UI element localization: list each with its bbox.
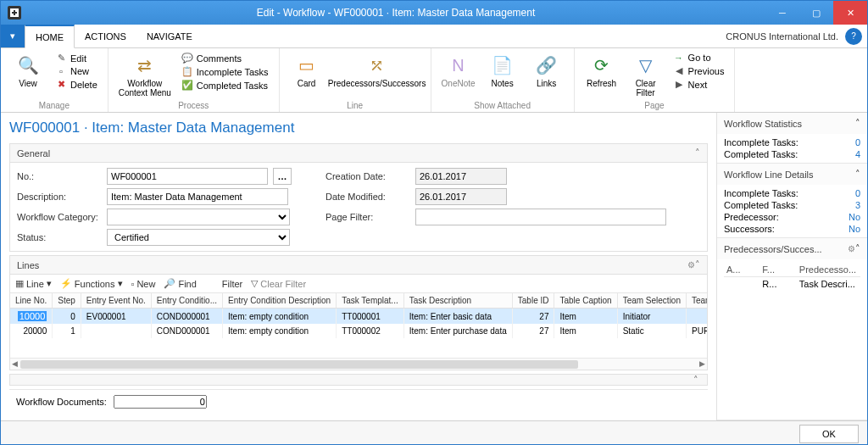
filter-clear-icon: ▽ — [634, 53, 658, 77]
view-button[interactable]: 🔍View — [8, 50, 48, 88]
line-menu[interactable]: ▦Line ▾ — [15, 278, 52, 289]
branch-icon: ⤱ — [365, 53, 389, 77]
stats-incomplete[interactable]: 0 — [855, 137, 860, 147]
find-icon: 🔎 — [164, 278, 175, 289]
horizontal-scrollbar[interactable]: ◀▶ — [10, 358, 707, 370]
collapse-lines-icon[interactable]: ˄ — [695, 259, 700, 270]
stats-completed[interactable]: 4 — [855, 149, 860, 159]
completed-tasks-button[interactable]: ✅Completed Tasks — [178, 79, 272, 92]
line-filter-button[interactable]: Filter — [222, 279, 242, 289]
close-button[interactable]: ✕ — [833, 1, 867, 25]
line-new-button[interactable]: ▫New — [131, 279, 156, 289]
new-icon: ▫ — [55, 66, 67, 76]
comments-button[interactable]: 💬Comments — [178, 52, 272, 64]
app-icon — [8, 6, 21, 19]
workflow-icon: ⇄ — [133, 53, 157, 77]
cdate-label: Creation Date: — [326, 171, 410, 181]
comment-icon: 💬 — [181, 53, 193, 64]
docs-field — [114, 395, 207, 409]
lines-table[interactable]: Line No. Step Entry Event No. Entry Cond… — [10, 293, 707, 338]
collapser[interactable]: ˄ — [9, 374, 708, 386]
next-button[interactable]: ▶Next — [670, 78, 728, 91]
clear-filter-icon: ▽ — [251, 278, 258, 289]
cat-label: Workflow Category: — [17, 212, 102, 222]
pred-succ-button[interactable]: ⤱Predecessors/Successors — [331, 50, 424, 88]
window-title: Edit - Workflow - WF000001 · Item: Maste… — [26, 7, 765, 19]
docs-label: Workflow Documents: — [16, 397, 107, 407]
onenote-button[interactable]: NOneNote — [438, 50, 479, 88]
clear-filter-button[interactable]: ▽Clear Filter — [626, 50, 666, 97]
predsucc-table[interactable]: A...F...Predecesso... R...Task Descri... — [724, 263, 860, 291]
linedet-title: Workflow Line Details — [724, 170, 855, 180]
ribbon: 🔍View ✎Edit ▫New ✖Delete Manage ⇄Workflo… — [1, 48, 867, 113]
arrow-right2-icon: ▶ — [673, 79, 685, 90]
view-icon: 🔍 — [16, 53, 40, 77]
task-done-icon: ✅ — [181, 80, 193, 91]
ok-button[interactable]: OK — [799, 425, 859, 443]
page-filter-field[interactable] — [415, 209, 666, 225]
scroll-left-icon[interactable]: ◀ — [12, 359, 18, 368]
pencil-icon: ✎ — [55, 53, 67, 64]
list-item[interactable]: R...Task Descri... — [724, 277, 860, 292]
tab-actions[interactable]: ACTIONS — [75, 25, 136, 47]
help-button[interactable]: ? — [845, 28, 862, 45]
table-row[interactable]: 10000 0 EV000001 COND000001 Item: empty … — [10, 309, 707, 325]
predsucc-gear-icon[interactable]: ⚙ — [848, 244, 855, 253]
line-find-button[interactable]: 🔎Find — [164, 278, 196, 289]
tab-home[interactable]: HOME — [25, 25, 75, 48]
incomplete-tasks-button[interactable]: 📋Incomplete Tasks — [178, 65, 272, 78]
notes-button[interactable]: 📄Notes — [482, 50, 523, 88]
delete-icon: ✖ — [55, 79, 67, 90]
app-menu-dropdown[interactable]: ▾ — [1, 25, 25, 47]
table-row[interactable]: 20000 1 COND000001 Item: empty condition… — [10, 324, 707, 338]
functions-menu[interactable]: ⚡Functions ▾ — [60, 278, 123, 289]
line-clear-filter-button[interactable]: ▽Clear Filter — [251, 278, 306, 289]
category-select[interactable] — [107, 209, 290, 225]
no-field[interactable] — [107, 168, 268, 185]
gear-icon[interactable]: ⚙ — [687, 260, 695, 270]
goto-button[interactable]: →Go to — [670, 52, 728, 64]
no-label: No.: — [17, 171, 102, 181]
no-lookup-button[interactable]: … — [273, 168, 292, 185]
desc-label: Description: — [17, 192, 102, 202]
predsucc-collapse-icon[interactable]: ˄ — [855, 243, 860, 254]
creation-date-field — [415, 168, 507, 185]
card-button[interactable]: ▭Card — [287, 50, 327, 88]
modified-date-field — [415, 188, 507, 205]
lines-panel: Lines⚙˄ ▦Line ▾ ⚡Functions ▾ ▫New 🔎Find … — [9, 255, 708, 370]
bolt-icon: ⚡ — [60, 278, 72, 289]
general-heading: General — [17, 148, 695, 159]
context-menu-button[interactable]: ⇄Workflow Context Menu — [115, 50, 175, 97]
refresh-icon: ⟳ — [590, 53, 614, 77]
task-icon: 📋 — [181, 66, 193, 77]
arrow-right-icon: → — [673, 53, 685, 63]
stats-collapse-icon[interactable]: ˄ — [855, 118, 860, 129]
maximize-button[interactable]: ▢ — [799, 1, 833, 25]
page-title: WF000001 · Item: Master Data Management — [9, 120, 708, 136]
minimize-button[interactable]: ─ — [765, 1, 799, 25]
onenote-icon: N — [447, 53, 470, 77]
scroll-thumb[interactable] — [20, 360, 578, 369]
mdate-label: Date Modified: — [326, 192, 410, 202]
delete-button[interactable]: ✖Delete — [52, 78, 101, 91]
scroll-right-icon[interactable]: ▶ — [699, 359, 705, 368]
lines-heading: Lines — [17, 260, 684, 270]
card-icon: ▭ — [295, 53, 319, 77]
desc-field[interactable] — [107, 188, 288, 205]
linedet-collapse-icon[interactable]: ˄ — [855, 169, 860, 180]
grid-icon: ▦ — [15, 278, 24, 289]
edit-button[interactable]: ✎Edit — [52, 52, 101, 64]
new-button[interactable]: ▫New — [52, 65, 101, 77]
company-label[interactable]: CRONUS International Ltd. — [719, 25, 845, 47]
collapse-icon[interactable]: ˄ — [695, 147, 700, 159]
tab-navigate[interactable]: NAVIGATE — [136, 25, 203, 47]
links-button[interactable]: 🔗Links — [526, 50, 567, 88]
arrow-left-icon: ◀ — [673, 65, 685, 76]
new-line-icon: ▫ — [131, 279, 135, 289]
general-panel: General˄ No.:… Description: Workflow Cat… — [9, 143, 708, 252]
previous-button[interactable]: ◀Previous — [670, 64, 728, 77]
notes-icon: 📄 — [491, 53, 515, 77]
refresh-button[interactable]: ⟳Refresh — [581, 50, 622, 88]
status-select[interactable]: Certified — [107, 229, 290, 246]
links-icon: 🔗 — [535, 53, 559, 77]
